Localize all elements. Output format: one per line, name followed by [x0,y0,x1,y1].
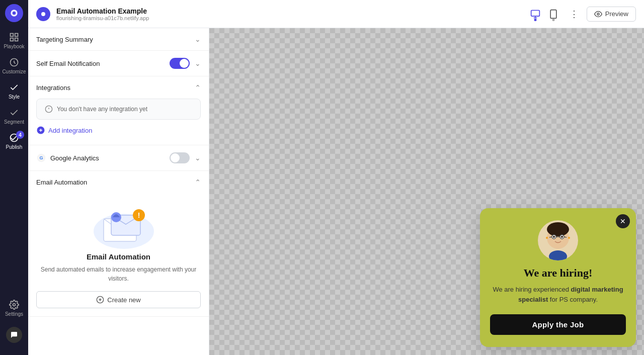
popup-card: ✕ [480,208,636,347]
header: Email Automation Example flourishing-tir… [28,0,644,28]
page-subtitle: flourishing-tiramisu-a01c7b.netlify.app [56,15,521,21]
email-automation-section: Email Automation ⌄ [28,171,209,317]
plus-circle-icon [36,126,45,135]
sidebar-item-segment[interactable]: Segment [0,104,28,129]
preview-button[interactable]: Preview [587,7,636,22]
popup-overlay: ✕ [480,208,636,347]
chat-icon [6,327,22,343]
tablet-view-button[interactable] [545,7,561,21]
svg-point-44 [568,237,570,239]
header-app-icon [36,7,50,21]
svg-line-40 [549,237,552,237]
svg-point-9 [41,12,45,16]
svg-rect-4 [11,38,14,41]
publish-badge: 4 [16,131,24,139]
page-title: Email Automation Example [56,7,521,15]
popup-avatar [538,220,578,260]
svg-point-8 [13,304,16,306]
popup-close-button[interactable]: ✕ [616,214,630,228]
google-analytics-toggle[interactable] [170,152,190,163]
svg-point-38 [561,236,563,238]
plus-circle-create-icon [96,296,104,304]
google-analytics-section: G Google Analytics ⌄ [28,145,209,171]
email-automation-content: ! Email Automation Send automated emails… [28,193,209,316]
sidebar-item-playbook[interactable]: Playbook [0,28,28,53]
desktop-view-button[interactable] [527,7,543,21]
sidebar-item-customize[interactable]: Customize [0,53,28,78]
no-integration-box: You don't have any integration yet [36,99,201,120]
svg-rect-5 [15,38,18,41]
self-email-title: Self Email Notification [36,60,100,67]
integrations-content: You don't have any integration yet Add i… [28,99,209,145]
targeting-title: Targeting Summary [36,36,93,43]
svg-rect-13 [550,10,556,18]
popup-heading: We are hiring! [524,267,592,280]
svg-rect-3 [15,34,18,37]
google-analytics-title: Google Analytics [50,154,99,162]
google-analytics-header[interactable]: G Google Analytics ⌄ [28,145,209,170]
integrations-section: Integrations ⌄ You don't have any integr… [28,76,209,145]
header-actions: ⋮ Preview [527,7,636,22]
email-automation-illustration: ! [89,201,149,246]
add-integration-button[interactable]: Add integration [36,124,92,137]
popup-body: We are hiring experienced digital market… [490,285,626,304]
eye-icon [594,10,602,18]
email-automation-header[interactable]: Email Automation ⌄ [28,171,209,193]
self-email-header[interactable]: Self Email Notification ⌄ [28,51,209,76]
self-email-section: Self Email Notification ⌄ [28,51,209,76]
email-automation-description: Send automated emails to increase engage… [36,265,201,283]
svg-point-15 [597,13,599,15]
integrations-chevron-icon: ⌄ [195,83,201,92]
google-analytics-icon: G [36,153,46,163]
sidebar: Playbook Customize Style Segment 4 Publi… [0,0,28,355]
desktop-active-dot [534,19,536,21]
tablet-dot [552,19,554,21]
sidebar-item-chat[interactable] [0,323,28,347]
targeting-section: Targeting Summary ⌄ [28,28,209,51]
self-email-chevron-icon: ⌄ [195,59,201,67]
sidebar-item-settings[interactable]: Settings [0,296,28,321]
header-title-area: Email Automation Example flourishing-tir… [56,7,521,21]
integrations-header[interactable]: Integrations ⌄ [28,76,209,99]
email-automation-heading: Email Automation [87,252,150,261]
email-automation-title: Email Automation [36,179,87,186]
self-email-toggle[interactable] [170,58,190,69]
app-logo[interactable] [5,4,23,22]
svg-rect-2 [11,34,14,37]
svg-point-1 [13,12,16,15]
info-icon [45,105,53,113]
svg-line-41 [564,237,567,237]
svg-point-43 [546,237,548,239]
email-automation-chevron-icon: ⌄ [195,178,201,186]
apply-job-button[interactable]: Apply the Job [490,314,626,335]
targeting-header[interactable]: Targeting Summary ⌄ [28,28,209,50]
create-new-button[interactable]: Create new [36,291,201,308]
settings-panel: Targeting Summary ⌄ Self Email Notificat… [28,28,209,355]
svg-point-42 [549,250,567,260]
svg-point-34 [547,222,569,236]
sidebar-item-style[interactable]: Style [0,78,28,104]
publish-button[interactable]: 4 Publish [0,129,28,154]
svg-text:!: ! [137,211,140,219]
device-toggle [527,7,561,21]
svg-point-37 [553,236,555,238]
more-options-button[interactable]: ⋮ [568,7,581,22]
svg-text:G: G [39,155,43,160]
svg-rect-10 [531,10,539,16]
integrations-title: Integrations [36,84,70,92]
targeting-chevron-icon: ⌄ [195,35,201,43]
google-analytics-chevron-icon: ⌄ [195,154,201,162]
